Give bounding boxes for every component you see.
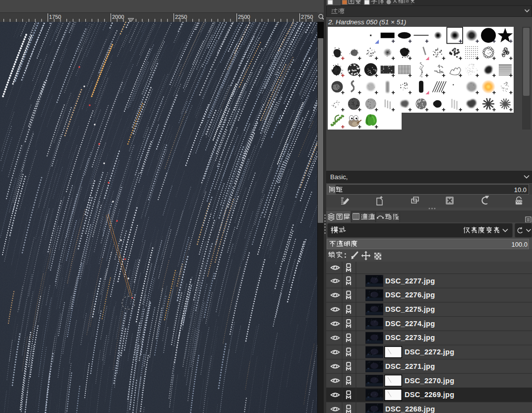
svg-text:100.0: 100.0 [511,241,528,248]
svg-text:DSC_2270.jpg: DSC_2270.jpg [405,377,454,385]
svg-text:DSC_2268.jpg: DSC_2268.jpg [385,405,435,413]
svg-text:2500: 2500 [238,14,250,20]
svg-text:2750: 2750 [301,14,313,20]
svg-text:1750: 1750 [49,14,61,20]
svg-text:DSC_2277.jpg: DSC_2277.jpg [385,277,435,285]
svg-text:DSC_2275.jpg: DSC_2275.jpg [385,305,435,313]
svg-text:DSC_2276.jpg: DSC_2276.jpg [385,291,435,299]
svg-text:2. Hardness 050 (51 × 51): 2. Hardness 050 (51 × 51) [328,18,406,26]
svg-text:DSC_2272.jpg: DSC_2272.jpg [405,348,454,356]
svg-text:DSC_2274.jpg: DSC_2274.jpg [385,320,435,328]
svg-text:DSC_2269.jpg: DSC_2269.jpg [405,391,454,399]
svg-text:10.0: 10.0 [514,186,527,194]
svg-text:DSC_2273.jpg: DSC_2273.jpg [385,334,435,342]
svg-text:2000: 2000 [112,14,124,20]
svg-text:DSC_2271.jpg: DSC_2271.jpg [385,362,435,370]
svg-text:2250: 2250 [175,14,187,20]
svg-text:Basic,: Basic, [330,173,348,181]
